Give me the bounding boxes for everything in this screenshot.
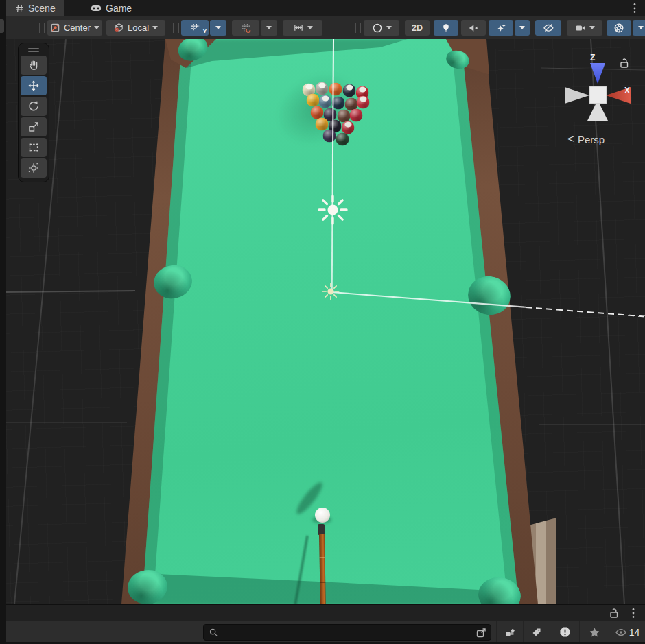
chevron-down-icon bbox=[266, 26, 272, 32]
pool-ball[interactable] bbox=[316, 118, 329, 131]
tab-game-label: Game bbox=[106, 3, 132, 14]
panel-menu-button[interactable] bbox=[627, 606, 640, 620]
increment-snap-icon bbox=[293, 23, 304, 33]
grid-icon bbox=[15, 4, 24, 13]
gizmos-dropdown[interactable] bbox=[633, 20, 645, 36]
cue-stick[interactable] bbox=[319, 534, 325, 604]
hidden-object-count: 14 bbox=[629, 627, 640, 638]
move-icon bbox=[27, 80, 40, 92]
view-tool-button[interactable] bbox=[21, 56, 47, 75]
alert-octagon-icon bbox=[559, 626, 571, 638]
tab-scene[interactable]: Scene bbox=[6, 0, 64, 16]
scene-visibility-toggle[interactable] bbox=[535, 20, 561, 36]
lock-icon[interactable] bbox=[619, 58, 629, 69]
open-search-window-icon[interactable] bbox=[476, 627, 487, 639]
search-icon bbox=[209, 628, 218, 637]
pool-ball-cap bbox=[359, 87, 366, 93]
2d-label: 2D bbox=[412, 23, 423, 33]
left-panel-edge bbox=[0, 0, 6, 644]
transform-tool-button[interactable] bbox=[21, 158, 47, 178]
search-field[interactable] bbox=[203, 624, 491, 641]
effects-sparkle-icon bbox=[496, 23, 506, 33]
light-gizmo-large[interactable] bbox=[316, 193, 349, 226]
tool-handle-rotation-dropdown[interactable]: Local bbox=[106, 20, 165, 36]
effects-visibility-toggle[interactable] bbox=[489, 20, 513, 36]
tab-bar-menu-button[interactable] bbox=[629, 1, 641, 15]
gizmos-toggle[interactable] bbox=[607, 20, 631, 36]
unity-editor-window: Scene Game Center bbox=[0, 0, 645, 644]
gizmo-z-label: Z bbox=[590, 53, 595, 62]
filter-by-type-button[interactable] bbox=[496, 621, 523, 643]
grid-snapping-toggle[interactable] bbox=[232, 20, 259, 36]
grid-snapping-dropdown[interactable] bbox=[261, 20, 277, 36]
pool-ball[interactable] bbox=[316, 82, 329, 95]
kebab-icon bbox=[633, 3, 636, 14]
chevron-down-icon bbox=[386, 26, 392, 32]
scene-viewport[interactable]: Z X < Persp bbox=[6, 39, 645, 604]
move-tool-button[interactable] bbox=[21, 76, 47, 95]
search-toolbar: 14 bbox=[6, 621, 645, 643]
pool-ball[interactable] bbox=[319, 95, 332, 108]
gamepad-icon bbox=[91, 4, 102, 12]
effects-dropdown[interactable] bbox=[515, 20, 530, 36]
gizmo-x-label: X bbox=[624, 86, 630, 95]
grid-visibility-toggle[interactable]: Y bbox=[181, 20, 209, 36]
pivot-label: Center bbox=[64, 23, 91, 33]
chevron-down-icon bbox=[215, 26, 221, 32]
pool-ball[interactable] bbox=[329, 83, 342, 96]
pool-ball[interactable] bbox=[323, 130, 336, 143]
snap-increment-button[interactable] bbox=[283, 20, 322, 36]
gizmo-negative-x-cone[interactable] bbox=[565, 87, 589, 104]
pool-ball[interactable] bbox=[357, 96, 370, 109]
rotate-tool-button[interactable] bbox=[21, 97, 47, 116]
pool-ball[interactable] bbox=[350, 109, 363, 122]
grid-visibility-dropdown[interactable] bbox=[210, 20, 226, 36]
eye-slash-icon bbox=[543, 23, 554, 33]
search-input[interactable] bbox=[218, 628, 476, 637]
light-gizmo-small[interactable] bbox=[322, 283, 340, 300]
pool-ball-cap bbox=[322, 96, 329, 102]
rect-tool-button[interactable] bbox=[21, 138, 47, 157]
rotate-icon bbox=[27, 100, 40, 112]
light-bulb-icon bbox=[441, 23, 451, 33]
grid-major-line bbox=[539, 424, 645, 425]
left-panel-notch[interactable] bbox=[0, 19, 4, 33]
chevron-down-icon bbox=[152, 26, 158, 32]
pool-ball[interactable] bbox=[343, 84, 356, 97]
pool-ball-cap bbox=[305, 84, 312, 90]
scene-visibility-count[interactable]: 14 bbox=[609, 621, 645, 643]
grid-snap-magnet-icon bbox=[241, 23, 251, 33]
filter-by-label-button[interactable] bbox=[523, 621, 550, 643]
favorites-button[interactable] bbox=[579, 621, 609, 643]
cue-ball[interactable] bbox=[315, 508, 330, 523]
scene-camera-dropdown[interactable] bbox=[567, 20, 602, 36]
gizmo-center-cube[interactable] bbox=[589, 86, 607, 104]
gizmo-z-axis-cone[interactable] bbox=[590, 63, 605, 84]
audio-mute-toggle[interactable] bbox=[461, 20, 486, 36]
projection-mode-label[interactable]: < Persp bbox=[567, 132, 605, 146]
scene-lighting-toggle[interactable] bbox=[434, 20, 458, 36]
speaker-muted-icon bbox=[468, 23, 479, 33]
grid-axis-label: Y bbox=[203, 29, 207, 34]
pool-ball-cap bbox=[344, 122, 351, 128]
pool-ball[interactable] bbox=[307, 94, 320, 107]
pool-ball[interactable] bbox=[336, 133, 349, 146]
2d-view-toggle[interactable]: 2D bbox=[405, 20, 430, 36]
chevron-down-icon bbox=[94, 26, 99, 32]
tools-overlay-handle[interactable] bbox=[21, 46, 47, 54]
toolbar-separator bbox=[355, 23, 361, 33]
pool-ball-cap bbox=[318, 83, 325, 88]
scale-icon bbox=[27, 121, 40, 133]
transform-tool-icon bbox=[27, 162, 40, 174]
tool-handle-pivot-dropdown[interactable]: Center bbox=[47, 20, 102, 36]
lock-icon[interactable] bbox=[609, 608, 619, 619]
scale-tool-button[interactable] bbox=[21, 117, 47, 136]
console-alert-button[interactable] bbox=[550, 621, 579, 643]
pool-ball[interactable] bbox=[332, 97, 345, 110]
toolbar-drag-handle[interactable] bbox=[39, 23, 45, 33]
tab-game[interactable]: Game bbox=[82, 0, 141, 16]
star-icon bbox=[589, 627, 600, 638]
gizmos-globe-icon bbox=[613, 23, 624, 34]
local-cube-icon bbox=[114, 23, 124, 33]
shading-mode-dropdown[interactable] bbox=[364, 20, 399, 36]
